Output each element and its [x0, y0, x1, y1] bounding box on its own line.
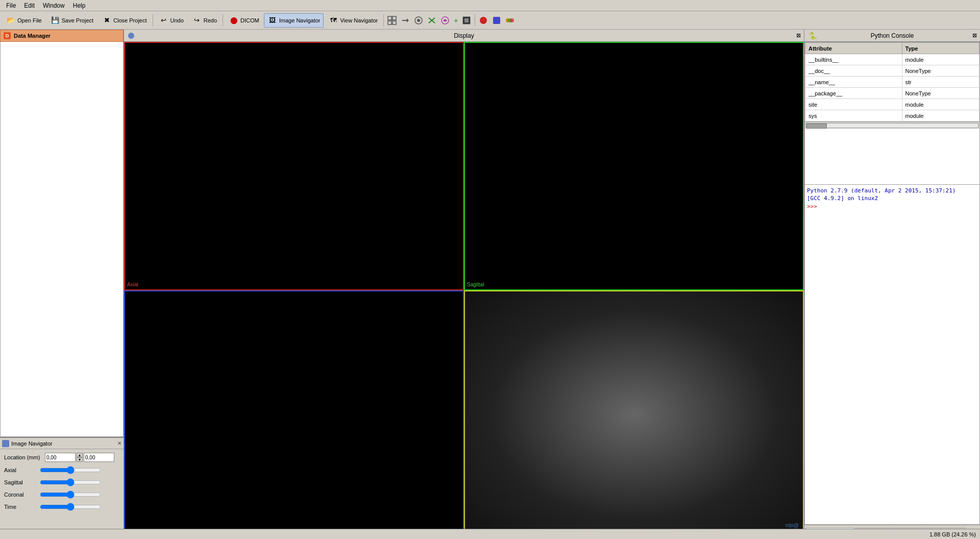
axial-view[interactable]: Axial [124, 42, 464, 290]
location-y-input[interactable] [84, 453, 114, 462]
table-row[interactable]: sysmodule [805, 110, 979, 121]
type-cell: module [902, 110, 979, 121]
coronal-view[interactable]: Coronal [124, 290, 464, 539]
toolbar-sep-1 [153, 14, 153, 27]
toolbar: 📂 Open File 💾 Save Project ✖ Close Proje… [0, 11, 980, 30]
axial-slider[interactable] [40, 467, 101, 474]
location-input-group: ▲ ▼ [45, 453, 114, 462]
toolbar-icon-red[interactable] [477, 13, 489, 28]
menu-file[interactable]: File [2, 1, 20, 10]
location-label: Location (mm) [4, 454, 45, 460]
time-slider-row: Time [4, 501, 119, 512]
data-manager-header[interactable]: D Data Manager [0, 30, 124, 42]
svg-rect-1 [393, 16, 396, 20]
console-maximize[interactable]: ⊠ [972, 32, 977, 39]
save-project-button[interactable]: 💾 Save Project [46, 13, 97, 28]
attribute-table: Attribute Type __builtins__module__doc__… [805, 42, 979, 121]
toolbar-extra-5[interactable] [439, 13, 451, 28]
toolbar-sep-2 [223, 14, 223, 27]
image-navigator-close[interactable]: ✕ [117, 440, 121, 446]
svg-point-15 [510, 18, 514, 22]
save-project-icon: 💾 [50, 15, 60, 26]
close-project-label: Close Project [113, 17, 146, 23]
display-icon [128, 33, 134, 39]
dicom-button[interactable]: ⬤ DICOM [225, 13, 263, 28]
undo-button[interactable]: ↩ Undo [155, 13, 187, 28]
redo-button[interactable]: ↪ Redo [188, 13, 220, 28]
open-file-label: Open File [17, 17, 42, 23]
svg-point-7 [417, 19, 420, 22]
open-file-button[interactable]: 📂 Open File [2, 13, 45, 28]
location-x-down[interactable]: ▼ [77, 457, 83, 462]
toolbar-extra-2[interactable] [399, 13, 411, 28]
axial-slider-row: Axial [4, 464, 119, 476]
svg-rect-0 [388, 16, 391, 20]
image-navigator-label: Image Navigator [279, 17, 321, 23]
table-row[interactable]: __doc__NoneType [805, 65, 979, 77]
table-row[interactable]: sitemodule [805, 99, 979, 110]
image-navigator-panel-icon [2, 440, 9, 447]
location-x-up[interactable]: ▲ [77, 453, 83, 457]
attr-cell: __doc__ [805, 65, 902, 77]
right-panel: 🐍 Python Console ⊠ Attribute Type __buil… [804, 30, 980, 539]
attr-col-header: Attribute [805, 43, 902, 54]
python-console-title: Python Console [871, 32, 914, 39]
sagittal-slider[interactable] [40, 479, 101, 486]
image-navigator-title: Image Navigator [11, 440, 53, 447]
sagittal-view[interactable]: Sagittal [464, 42, 804, 290]
attr-cell: __package__ [805, 88, 902, 99]
data-manager-content [0, 42, 124, 437]
toolbar-sep-3 [383, 14, 384, 27]
location-x-spinner: ▲ ▼ [77, 453, 83, 462]
attribute-table-body: __builtins__module__doc__NoneType__name_… [805, 54, 979, 121]
data-manager-icon: D [4, 32, 11, 39]
toolbar-extra-4[interactable] [426, 13, 438, 28]
image-navigator-button[interactable]: 🖼 Image Navigator [264, 13, 324, 28]
time-label: Time [4, 504, 40, 510]
type-cell: NoneType [902, 65, 979, 77]
redo-label: Redo [204, 17, 217, 23]
data-manager-title: Data Manager [14, 33, 51, 39]
table-row[interactable]: __name__str [805, 77, 979, 88]
view-navigator-icon: 🗺 [328, 15, 338, 26]
table-row[interactable]: __package__NoneType [805, 88, 979, 99]
svg-rect-12 [493, 17, 500, 24]
menu-help[interactable]: Help [69, 1, 90, 10]
toolbar-extra-3[interactable] [412, 13, 425, 28]
location-x-input[interactable] [45, 453, 76, 462]
display-header: Display ⊠ [124, 30, 804, 42]
coronal-slider[interactable] [40, 491, 101, 498]
type-col-header: Type [902, 43, 979, 54]
save-project-label: Save Project [62, 17, 93, 23]
type-cell: module [902, 54, 979, 65]
close-project-button[interactable]: ✖ Close Project [98, 13, 150, 28]
attr-cell: site [805, 99, 902, 110]
toolbar-sep-4 [475, 14, 475, 27]
view-navigator-button[interactable]: 🗺 View Navigator [325, 13, 381, 28]
view-navigator-label: View Navigator [340, 17, 378, 23]
display-maximize[interactable]: ⊠ [796, 32, 801, 39]
close-project-icon: ✖ [102, 15, 112, 26]
undo-label: Undo [170, 17, 184, 23]
menu-window[interactable]: Window [39, 1, 69, 10]
console-line-2: [GCC 4.9.2] on linux2 [807, 194, 977, 202]
toolbar-extra-7[interactable] [460, 13, 473, 28]
sagittal-view-label: Sagittal [467, 282, 484, 287]
console-prompt: >>> [807, 203, 977, 210]
toolbar-icon-multi[interactable] [504, 13, 516, 28]
table-row[interactable]: __builtins__module [805, 54, 979, 65]
time-slider[interactable] [40, 503, 101, 510]
attr-cell: __name__ [805, 77, 902, 88]
toolbar-extra-6[interactable]: + [452, 13, 459, 28]
table-hscroll [805, 121, 979, 129]
toolbar-icon-blue1[interactable] [491, 13, 503, 28]
menu-edit[interactable]: Edit [20, 1, 39, 10]
table-scroll-track[interactable] [806, 123, 978, 128]
table-scroll-thumb[interactable] [806, 124, 827, 129]
console-output[interactable]: Python 2.7.9 (default, Apr 2 2015, 15:37… [804, 185, 980, 525]
3d-view[interactable]: 3D mbi@ dkfz. [464, 290, 804, 539]
svg-rect-3 [393, 21, 396, 24]
toolbar-extra-1[interactable] [386, 13, 398, 28]
console-line-1: Python 2.7.9 (default, Apr 2 2015, 15:37… [807, 187, 977, 194]
dicom-icon: ⬤ [229, 15, 239, 26]
